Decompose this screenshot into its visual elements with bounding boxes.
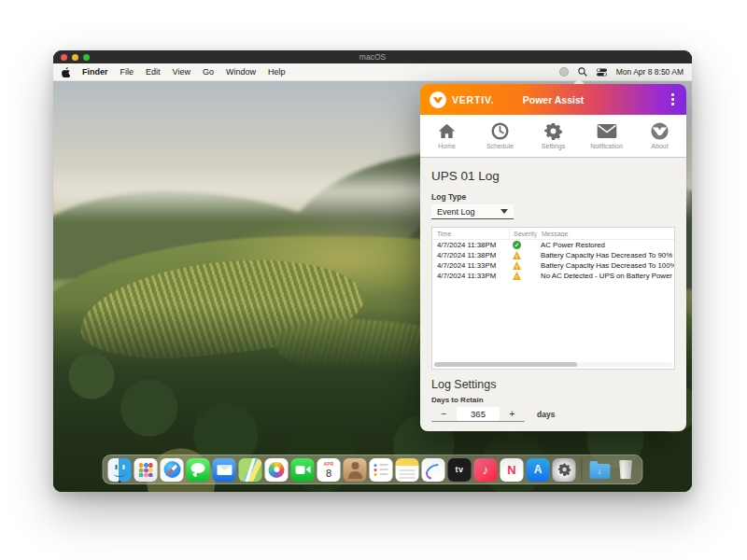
dock-icon-downloads[interactable]: ↓ bbox=[588, 458, 612, 482]
nav-item-home[interactable]: Home bbox=[420, 115, 473, 157]
days-to-retain-label: Days to Retain bbox=[431, 396, 675, 404]
menu-item-file[interactable]: File bbox=[120, 67, 134, 77]
table-row: 4/7/2024 11:33PM No AC Detected - UPS on… bbox=[432, 271, 674, 281]
brand-name: VERTIV. bbox=[452, 94, 494, 105]
control-center-icon[interactable] bbox=[597, 68, 607, 77]
dock-icon-messages[interactable] bbox=[187, 458, 210, 482]
log-settings-heading: Log Settings bbox=[431, 378, 675, 391]
overflow-menu-button[interactable] bbox=[669, 91, 677, 107]
table-row: 4/7/2024 11:33PM Battery Capacity Has De… bbox=[432, 260, 674, 271]
zoom-button[interactable] bbox=[83, 54, 90, 61]
column-header-time: Time bbox=[432, 231, 509, 237]
dock-icon-tv[interactable]: tv bbox=[448, 458, 472, 482]
search-icon[interactable] bbox=[578, 67, 587, 77]
days-unit-label: days bbox=[537, 410, 555, 419]
download-arrow-icon: ↓ bbox=[589, 464, 610, 479]
nav-item-schedule[interactable]: Schedule bbox=[473, 115, 527, 157]
vertiv-logo-icon bbox=[430, 91, 446, 108]
dock: APR 8 tv ♪ N A bbox=[103, 455, 643, 484]
table-row: 4/7/2024 11:38PM Battery Capacity Has De… bbox=[432, 250, 674, 260]
column-header-severity: Severity bbox=[509, 228, 536, 239]
vertiv-about-icon bbox=[651, 122, 669, 141]
log-type-label: Log Type bbox=[431, 192, 675, 202]
scrollbar-thumb[interactable] bbox=[434, 362, 577, 367]
music-note-icon: ♪ bbox=[483, 464, 489, 476]
window-titlebar[interactable]: macOS bbox=[53, 50, 692, 63]
increment-button[interactable]: + bbox=[500, 407, 525, 421]
dock-icon-photos[interactable] bbox=[265, 458, 289, 482]
dock-icon-system-settings[interactable] bbox=[553, 458, 576, 482]
horizontal-scrollbar[interactable] bbox=[434, 362, 672, 367]
dock-icon-calendar[interactable]: APR 8 bbox=[317, 458, 341, 482]
menu-item-view[interactable]: View bbox=[173, 67, 190, 77]
calendar-day-label: 8 bbox=[326, 468, 331, 479]
success-icon bbox=[513, 241, 521, 249]
apple-menu-icon[interactable] bbox=[62, 67, 70, 77]
window-title: macOS bbox=[53, 52, 692, 62]
dock-icon-reminders[interactable] bbox=[370, 458, 393, 482]
home-icon bbox=[438, 122, 456, 141]
gear-icon bbox=[557, 463, 571, 476]
column-header-message: Message bbox=[536, 231, 674, 237]
days-to-retain-row: − 365 + days bbox=[431, 407, 675, 422]
warning-icon bbox=[513, 251, 521, 259]
power-assist-menubar-icon[interactable] bbox=[559, 67, 569, 77]
dock-icon-contacts[interactable] bbox=[344, 458, 367, 482]
menu-bar-clock[interactable]: Mon Apr 8 8:50 AM bbox=[616, 67, 684, 77]
table-header: Time Severity Message bbox=[432, 228, 674, 240]
dock-icon-freeform[interactable] bbox=[422, 458, 445, 482]
app-header: Power Assist VERTIV. bbox=[420, 84, 686, 115]
envelope-icon bbox=[597, 122, 617, 141]
dock-icon-trash[interactable] bbox=[614, 458, 638, 482]
close-button[interactable] bbox=[61, 54, 67, 61]
log-type-dropdown[interactable]: Event Log bbox=[431, 204, 514, 219]
dock-icon-facetime[interactable] bbox=[291, 458, 315, 482]
clock-icon bbox=[491, 122, 509, 141]
menu-bar: Finder File Edit View Go Window Help Mon… bbox=[53, 63, 692, 81]
menu-item-go[interactable]: Go bbox=[203, 67, 214, 77]
power-assist-popover: Power Assist VERTIV. Home Schedule bbox=[420, 84, 686, 431]
days-to-retain-stepper: − 365 + bbox=[431, 407, 525, 422]
dock-icon-maps[interactable] bbox=[239, 458, 262, 482]
nav-item-notification[interactable]: Notification bbox=[580, 115, 633, 157]
dock-icon-mail[interactable] bbox=[213, 458, 236, 482]
downloads-folder-icon: ↓ bbox=[589, 464, 610, 479]
dock-icon-notes[interactable] bbox=[396, 458, 419, 482]
table-row: 4/7/2024 11:38PM AC Power Restored bbox=[432, 240, 674, 250]
warning-icon bbox=[513, 272, 521, 280]
chevron-down-icon bbox=[500, 209, 508, 214]
nav-item-about[interactable]: About bbox=[633, 115, 686, 157]
dock-icon-launchpad[interactable] bbox=[134, 458, 158, 482]
menu-item-window[interactable]: Window bbox=[226, 67, 256, 77]
decrement-button[interactable]: − bbox=[431, 407, 457, 421]
macos-window: macOS Finder File Edit View Go Window He… bbox=[53, 50, 692, 492]
menu-item-finder[interactable]: Finder bbox=[82, 67, 108, 77]
days-to-retain-value[interactable]: 365 bbox=[457, 407, 500, 421]
page-title: UPS 01 Log bbox=[431, 169, 675, 183]
trash-bin-icon bbox=[619, 460, 633, 479]
dock-icon-music[interactable]: ♪ bbox=[474, 458, 498, 482]
menu-bar-left: Finder File Edit View Go Window Help bbox=[62, 67, 285, 77]
gear-icon bbox=[544, 122, 562, 141]
dock-separator bbox=[582, 459, 583, 481]
app-content: UPS 01 Log Log Type Event Log Time Sever… bbox=[420, 158, 686, 431]
traffic-lights bbox=[61, 54, 90, 61]
finder-running-indicator bbox=[119, 481, 121, 483]
warning-icon bbox=[513, 261, 521, 270]
minimize-button[interactable] bbox=[72, 54, 78, 61]
log-type-value: Event Log bbox=[437, 207, 475, 217]
menu-item-help[interactable]: Help bbox=[268, 67, 286, 77]
menu-item-edit[interactable]: Edit bbox=[146, 67, 161, 77]
nav-item-settings[interactable]: Settings bbox=[527, 115, 580, 157]
dock-icon-safari[interactable] bbox=[161, 458, 184, 482]
dock-icon-news[interactable]: N bbox=[500, 458, 524, 482]
dock-icon-finder[interactable] bbox=[108, 458, 132, 482]
event-log-table: Time Severity Message 4/7/2024 11:38PM A… bbox=[431, 227, 675, 370]
app-nav: Home Schedule Settings Notification bbox=[420, 115, 686, 157]
menu-bar-status-area: Mon Apr 8 8:50 AM bbox=[559, 67, 684, 77]
dock-icon-app-store[interactable]: A bbox=[527, 458, 550, 482]
